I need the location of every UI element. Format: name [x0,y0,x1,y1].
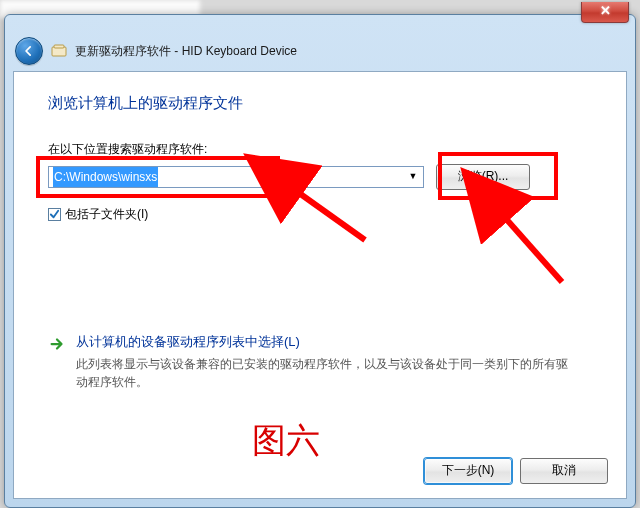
close-button[interactable]: ✕ [581,2,629,23]
arrow-right-icon [48,335,66,353]
next-button[interactable]: 下一步(N) [424,458,512,484]
back-button[interactable] [15,37,43,65]
search-location-label: 在以下位置搜索驱动程序软件: [48,141,592,158]
client-area: 浏览计算机上的驱动程序文件 在以下位置搜索驱动程序软件: C:\Windows\… [13,71,627,499]
svg-rect-1 [54,45,64,48]
cancel-button[interactable]: 取消 [520,458,608,484]
page-heading: 浏览计算机上的驱动程序文件 [48,94,592,113]
checkmark-icon [49,209,60,220]
dropdown-arrow-icon[interactable]: ▼ [406,169,420,183]
close-icon: ✕ [600,3,611,18]
option-description: 此列表将显示与该设备兼容的已安装的驱动程序软件，以及与该设备处于同一类别下的所有… [76,355,572,391]
include-subfolders-checkbox[interactable] [48,208,61,221]
titlebar: ✕ [5,15,635,33]
arrow-left-icon [22,44,36,58]
footer-buttons: 下一步(N) 取消 [424,458,608,484]
pick-from-list-option[interactable]: 从计算机的设备驱动程序列表中选择(L) 此列表将显示与该设备兼容的已安装的驱动程… [48,333,592,391]
dialog-window: ✕ 更新驱动程序软件 - HID Keyboard Device 浏览计算机上的… [4,14,636,508]
app-icon [51,43,67,59]
include-subfolders-label: 包括子文件夹(I) [65,206,148,223]
option-title: 从计算机的设备驱动程序列表中选择(L) [76,333,572,351]
path-input[interactable]: C:\Windows\winsxs [48,166,424,188]
nav-row: 更新驱动程序软件 - HID Keyboard Device [5,33,635,71]
browse-button[interactable]: 浏览(R)... [436,164,530,190]
path-combobox[interactable]: C:\Windows\winsxs ▼ [48,166,424,188]
path-input-value: C:\Windows\winsxs [53,167,158,187]
window-title: 更新驱动程序软件 - HID Keyboard Device [75,43,297,60]
